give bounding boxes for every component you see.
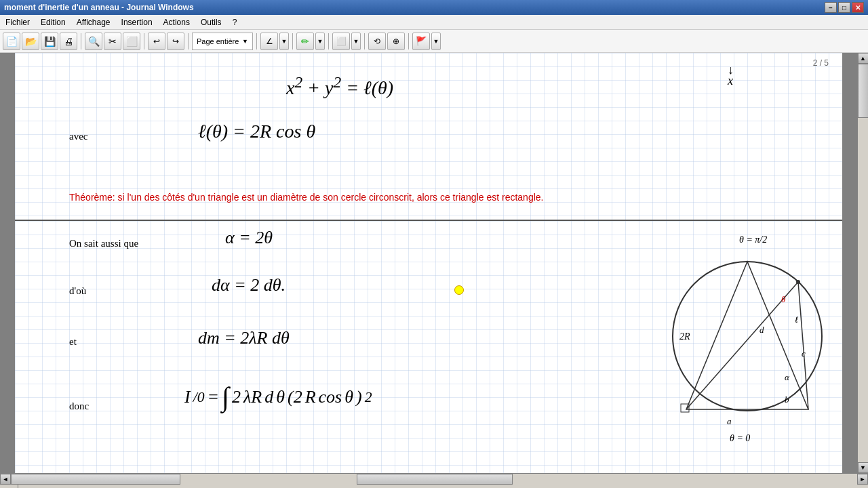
- eraser-button[interactable]: ⬜: [332, 33, 350, 50]
- svg-text:ℓ: ℓ: [795, 314, 799, 325]
- page-number: 2 / 5: [813, 58, 829, 68]
- theorem-text: Théorème: si l'un des côtés d'un triangl…: [69, 192, 829, 203]
- print-button[interactable]: 🖨: [60, 33, 77, 50]
- cut-button[interactable]: ✂: [104, 33, 121, 50]
- formula-2: ℓ(θ) = 2R cos θ: [198, 121, 315, 142]
- horizontal-scrollbar[interactable]: ◄ ►: [0, 473, 868, 484]
- svg-text:θ = 0: θ = 0: [730, 433, 750, 443]
- formula-dm: dm = 2λR dθ: [198, 328, 290, 348]
- axis-labels: ↓ x: [728, 63, 734, 88]
- undo-button[interactable]: ↩: [148, 33, 165, 50]
- angle-tool-button[interactable]: ∠: [260, 33, 278, 50]
- menu-insertion[interactable]: Insertion: [116, 15, 158, 29]
- page-status: 2: [3, 485, 18, 488]
- menu-affichage[interactable]: Affichage: [71, 15, 116, 29]
- redo-button[interactable]: ↪: [167, 33, 184, 50]
- cursor-dot: [454, 285, 464, 295]
- label-on-sait: On sait aussi que: [69, 238, 138, 249]
- formula-alpha: α = 2θ: [225, 228, 273, 248]
- menu-actions[interactable]: Actions: [158, 15, 195, 29]
- minimize-button[interactable]: −: [825, 2, 837, 13]
- separator-6: [328, 33, 329, 49]
- menu-bar: Fichier Edition Affichage Insertion Acti…: [0, 15, 868, 30]
- label-et: et: [69, 336, 77, 348]
- menu-edition[interactable]: Edition: [35, 15, 71, 29]
- eraser-dropdown[interactable]: ▼: [351, 33, 361, 50]
- angle-dropdown[interactable]: ▼: [279, 33, 289, 50]
- title-bar: moment d'inertie d'un anneau - Journal W…: [0, 0, 868, 15]
- separator-7: [364, 33, 365, 49]
- scroll-thumb-v[interactable]: [858, 64, 869, 118]
- new-button[interactable]: 📄: [3, 33, 20, 50]
- formula-dalpha: dα = 2 dθ.: [212, 275, 285, 296]
- scroll-thumb-h-right[interactable]: [357, 474, 513, 485]
- scroll-track-v[interactable]: [858, 64, 869, 462]
- selection-button[interactable]: ⟲: [368, 33, 386, 50]
- formula-1: x2 + y2 = ℓ(θ): [286, 73, 393, 99]
- close-button[interactable]: ✕: [852, 2, 864, 13]
- formula-I: I/0 = ∫ 2λR dθ (2R cosθ)2: [184, 384, 372, 411]
- zoom-dropdown-arrow: ▼: [242, 38, 248, 45]
- notebook: x2 + y2 = ℓ(θ) ↓ x avec ℓ(θ) = 2R cos θ …: [15, 53, 842, 473]
- label-donc: donc: [69, 401, 89, 412]
- pen-tool-button[interactable]: ✏: [296, 33, 314, 50]
- separator-1: [81, 33, 81, 49]
- svg-text:2R: 2R: [679, 331, 690, 342]
- svg-text:c: c: [802, 348, 806, 359]
- open-button[interactable]: 📂: [22, 33, 39, 50]
- flag-dropdown[interactable]: ▼: [431, 33, 441, 50]
- section-top: x2 + y2 = ℓ(θ) ↓ x avec ℓ(θ) = 2R cos θ …: [15, 53, 842, 221]
- copy-button[interactable]: ⬜: [123, 33, 140, 50]
- svg-line-7: [798, 282, 808, 409]
- title-bar-title: moment d'inertie d'un anneau - Journal W…: [4, 3, 194, 12]
- scroll-track-h[interactable]: [11, 474, 857, 485]
- svg-text:d: d: [760, 325, 764, 335]
- separator-5: [292, 33, 293, 49]
- save-button[interactable]: 💾: [41, 33, 58, 50]
- section-bottom: On sait aussi que α = 2θ d'où dα = 2 dθ.…: [15, 221, 842, 473]
- menu-fichier[interactable]: Fichier: [0, 15, 35, 29]
- svg-text:θ = π/2: θ = π/2: [739, 235, 767, 245]
- svg-text:a: a: [727, 416, 732, 426]
- separator-3: [188, 33, 189, 49]
- scroll-up-button[interactable]: ▲: [858, 53, 869, 64]
- svg-marker-4: [686, 262, 808, 409]
- toolbar: 📄 📂 💾 🖨 🔍 ✂ ⬜ ↩ ↪ Page entière ▼ ∠ ▼ ✏ ▼…: [0, 30, 868, 53]
- content-area: x2 + y2 = ℓ(θ) ↓ x avec ℓ(θ) = 2R cos θ …: [0, 53, 857, 473]
- find-button[interactable]: 🔍: [85, 33, 102, 50]
- zoom-value: Page entière: [197, 37, 239, 45]
- status-bar: 2: [0, 484, 868, 488]
- menu-help[interactable]: ?: [227, 15, 243, 29]
- scroll-left-button[interactable]: ◄: [0, 474, 11, 485]
- insert-button[interactable]: ⊕: [387, 33, 405, 50]
- vertical-scrollbar[interactable]: ▲ ▼: [857, 53, 868, 473]
- menu-outils[interactable]: Outils: [195, 15, 227, 29]
- svg-text:α: α: [785, 372, 790, 382]
- label-avec: avec: [69, 131, 87, 142]
- svg-text:θ: θ: [781, 294, 786, 304]
- diagram-svg: θ = π/2 θ = 0 2R θ ℓ: [666, 228, 829, 445]
- svg-text:b: b: [785, 394, 789, 405]
- flag-button[interactable]: 🚩: [412, 33, 430, 50]
- separator-2: [144, 33, 144, 49]
- scroll-right-button[interactable]: ►: [857, 474, 868, 485]
- scroll-thumb-h-left[interactable]: [11, 474, 180, 485]
- zoom-dropdown[interactable]: Page entière ▼: [192, 33, 253, 50]
- scroll-down-button[interactable]: ▼: [858, 462, 869, 473]
- title-bar-controls: − □ ✕: [825, 2, 864, 13]
- separator-4: [256, 33, 257, 49]
- separator-8: [408, 33, 409, 49]
- pen-dropdown[interactable]: ▼: [315, 33, 325, 50]
- label-dou: d'où: [69, 285, 86, 297]
- app-title: moment d'inertie d'un anneau - Journal W…: [4, 3, 194, 12]
- main-area: x2 + y2 = ℓ(θ) ↓ x avec ℓ(θ) = 2R cos θ …: [0, 53, 868, 473]
- maximize-button[interactable]: □: [838, 2, 850, 13]
